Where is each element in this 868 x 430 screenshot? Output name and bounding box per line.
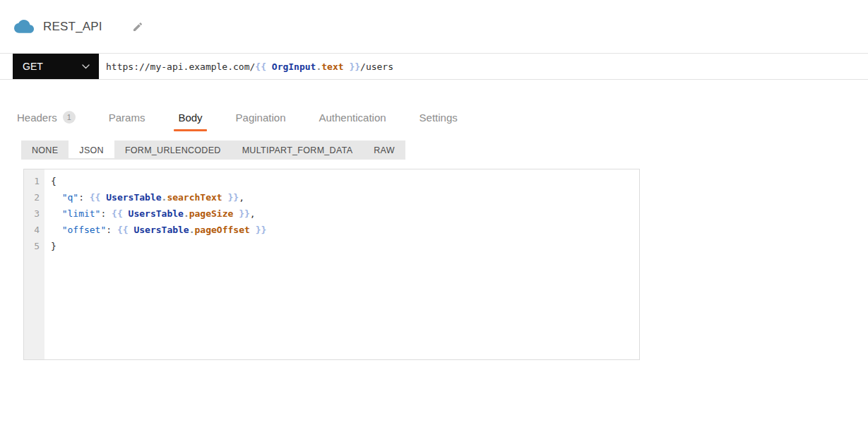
code-token-dot: . <box>316 61 321 72</box>
code-token-entity: UsersTable <box>133 225 189 235</box>
body-type-form_urlencoded[interactable]: FORM_URLENCODED <box>114 141 232 160</box>
code-token-entity: UsersTable <box>106 192 161 203</box>
body-type-tabs: NONEJSONFORM_URLENCODEDMULTIPART_FORM_DA… <box>21 141 405 160</box>
code-token-plain: : <box>78 192 90 203</box>
code-line[interactable]: "q": {{ UsersTable.searchText }}, <box>51 189 639 205</box>
code-token-brace: {{ <box>90 192 106 203</box>
code-token-plain <box>51 192 62 203</box>
code-token-dot: . <box>189 225 195 235</box>
code-token-entity: UsersTable <box>129 208 184 219</box>
code-token-plain: , <box>239 192 244 203</box>
code-token-brace: }} <box>250 225 266 235</box>
line-number-gutter: 12345 <box>24 169 44 359</box>
line-number: 3 <box>24 205 40 222</box>
code-token-key: "limit" <box>62 208 101 219</box>
code-token-plain: https://my-api.example.com/ <box>106 61 255 72</box>
request-config-tabs: Headers 1 Params Body Pagination Authent… <box>0 108 868 131</box>
code-token-plain: { <box>51 176 57 186</box>
code-token-prop: pageOffset <box>195 225 250 235</box>
tab-params[interactable]: Params <box>107 108 148 131</box>
code-token-brace: {{ <box>255 61 271 72</box>
code-token-dot: . <box>184 208 189 219</box>
code-area[interactable]: { "q": {{ UsersTable.searchText }}, "lim… <box>44 169 639 359</box>
code-line[interactable]: "limit": {{ UsersTable.pageSize }}, <box>51 205 639 222</box>
page-title: REST_API <box>43 20 102 34</box>
request-bar: GET https://my-api.example.com/{{ OrgInp… <box>0 53 868 80</box>
code-token-prop: text <box>321 61 343 72</box>
code-token-brace: }} <box>222 192 239 203</box>
code-token-plain: /users <box>360 61 393 72</box>
api-header: REST_API <box>0 0 868 53</box>
code-token-brace: }} <box>344 61 360 72</box>
line-number: 2 <box>24 189 40 205</box>
tab-label: Pagination <box>236 112 286 124</box>
tab-body[interactable]: Body <box>176 108 204 131</box>
chevron-down-icon <box>82 64 90 69</box>
code-line[interactable]: } <box>51 238 639 254</box>
line-number: 4 <box>24 222 40 238</box>
tab-pagination[interactable]: Pagination <box>234 108 288 131</box>
code-token-brace: {{ <box>112 208 128 219</box>
code-token-plain <box>51 225 62 235</box>
http-method-label: GET <box>23 61 43 72</box>
tab-label: Body <box>178 112 202 124</box>
code-token-plain: , <box>250 208 256 219</box>
code-token-brace: }} <box>233 208 249 219</box>
headers-count-badge: 1 <box>63 111 76 124</box>
body-type-raw[interactable]: RAW <box>363 141 405 160</box>
tab-label: Settings <box>420 112 458 124</box>
code-line[interactable]: { <box>51 173 639 189</box>
http-method-dropdown[interactable]: GET <box>13 54 99 79</box>
code-line[interactable]: "offset": {{ UsersTable.pageOffset }} <box>51 222 639 238</box>
line-number: 1 <box>24 173 40 189</box>
line-number: 5 <box>24 238 40 254</box>
code-token-plain <box>51 208 62 219</box>
edit-name-button[interactable] <box>131 20 145 34</box>
code-token-entity: OrgInput <box>272 61 316 72</box>
cloud-icon <box>14 20 34 34</box>
url-input[interactable]: https://my-api.example.com/{{ OrgInput.t… <box>99 54 868 79</box>
code-token-brace: {{ <box>117 225 133 235</box>
tab-label: Authentication <box>319 112 386 124</box>
code-token-plain: : <box>106 225 117 235</box>
body-type-json[interactable]: JSON <box>69 141 114 160</box>
tab-label: Headers <box>17 112 57 124</box>
body-editor[interactable]: 12345 { "q": {{ UsersTable.searchText }}… <box>23 169 640 360</box>
code-token-key: "q" <box>62 192 78 203</box>
code-token-prop: searchText <box>167 192 222 203</box>
pencil-icon <box>132 21 143 32</box>
body-type-none[interactable]: NONE <box>21 141 69 160</box>
code-token-plain: : <box>100 208 112 219</box>
code-token-key: "offset" <box>62 225 107 235</box>
tab-authentication[interactable]: Authentication <box>317 108 388 131</box>
tab-label: Params <box>109 112 145 124</box>
code-token-plain: } <box>51 241 57 251</box>
tab-settings[interactable]: Settings <box>417 108 460 131</box>
code-token-prop: pageSize <box>189 208 234 219</box>
tab-headers[interactable]: Headers 1 <box>15 108 78 131</box>
body-type-multipart_form_data[interactable]: MULTIPART_FORM_DATA <box>232 141 364 160</box>
